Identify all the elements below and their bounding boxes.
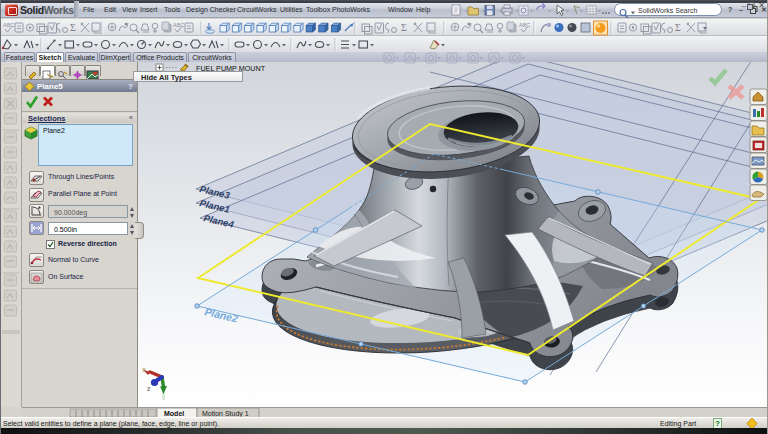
svg-text:z: z: [147, 385, 151, 392]
svg-text:Σ: Σ: [675, 22, 681, 33]
svg-text:Σ: Σ: [70, 22, 76, 33]
svg-text:ABC: ABC: [519, 22, 530, 28]
svg-text:x: x: [142, 365, 146, 374]
svg-text:ABC: ABC: [173, 22, 184, 28]
svg-text:Σ: Σ: [401, 22, 407, 33]
svg-text:Model: Model: [164, 410, 184, 417]
svg-text:ABC: ABC: [3, 22, 14, 28]
